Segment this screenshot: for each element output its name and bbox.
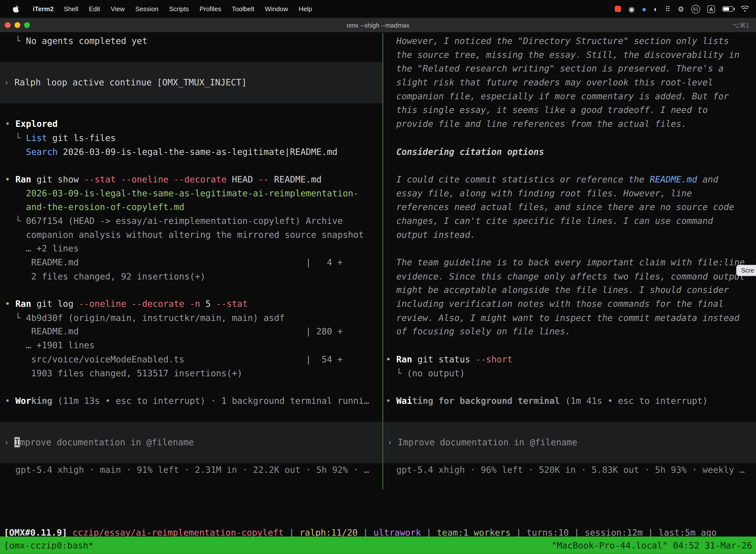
menu-item-shell[interactable]: Shell bbox=[59, 5, 83, 12]
terminal-line: The team guideline is to back every impo… bbox=[386, 256, 756, 270]
menu-items: ShellEditViewSessionScriptsProfilesToolb… bbox=[59, 5, 317, 12]
menu-item-edit[interactable]: Edit bbox=[83, 5, 106, 12]
terminal-line: the "Related research writing" section i… bbox=[386, 62, 756, 76]
terminal-line: └ List git ls-files bbox=[5, 131, 382, 145]
blank-line bbox=[386, 339, 756, 353]
prompt-input[interactable]: › Improve documentation in @filename bbox=[0, 422, 382, 463]
blank-line bbox=[386, 131, 756, 145]
settings-gear-icon[interactable]: ⚙ bbox=[678, 5, 684, 12]
terminal-line: └ 4b9d30f (origin/main, instructkr/main,… bbox=[5, 311, 382, 325]
tmux-host-clock: "MacBook-Pro-44.local" 04:52 31-Mar-26 bbox=[552, 540, 752, 550]
menu-app-name[interactable]: iTerm2 bbox=[28, 5, 59, 12]
terminal: └ No agents completed yet › Ralph loop a… bbox=[0, 33, 756, 554]
menu-item-toolbelt[interactable]: Toolbelt bbox=[227, 5, 259, 12]
battery-percent-badge[interactable]: 61 bbox=[692, 4, 700, 13]
ran-git-show: • Ran git show --stat --oneline --decora… bbox=[5, 173, 382, 187]
menu-item-session[interactable]: Session bbox=[130, 5, 164, 12]
menu-item-view[interactable]: View bbox=[106, 5, 130, 12]
ran-git-log: • Ran git log --oneline --decorate -n 5 … bbox=[5, 297, 382, 311]
menu-bar: iTerm2 ShellEditViewSessionScriptsProfil… bbox=[0, 0, 756, 18]
terminal-line: └ (no output) bbox=[386, 366, 756, 380]
terminal-line: output instead. bbox=[386, 228, 756, 242]
blank-line bbox=[5, 159, 382, 173]
menu-item-window[interactable]: Window bbox=[260, 5, 294, 12]
terminal-line: … +1901 lines bbox=[5, 339, 382, 353]
terminal-line: src/voice/voiceModeEnabled.ts | 54 + bbox=[5, 353, 382, 367]
reasoning-heading: Considering citation options bbox=[386, 145, 756, 159]
blank-line bbox=[386, 242, 756, 256]
ran-git-status: • Ran git status --short bbox=[386, 353, 756, 367]
input-source-icon[interactable]: A bbox=[707, 5, 715, 13]
terminal-line: might be acceptable alongside the file l… bbox=[386, 283, 756, 297]
screen-recording-stop-icon[interactable] bbox=[615, 6, 621, 12]
blank-line bbox=[5, 408, 382, 422]
terminal-line: └ 067f154 (HEAD -> essay/ai-reimplementa… bbox=[5, 214, 382, 228]
terminal-line: this single essay, it seems like a good … bbox=[386, 104, 756, 117]
terminal-line: 1903 files changed, 513517 insertions(+) bbox=[5, 366, 382, 380]
menu-item-scripts[interactable]: Scripts bbox=[164, 5, 194, 12]
terminal-line: slight risk that future readers may over… bbox=[386, 76, 756, 90]
terminal-line: companion file, especially if more comme… bbox=[386, 90, 756, 104]
blank-line bbox=[5, 48, 382, 62]
session-status-line: gpt-5.4 xhigh · 96% left · 520K in · 5.8… bbox=[386, 463, 756, 477]
battery-icon[interactable] bbox=[722, 6, 734, 11]
terminal-line: I could cite commit statistics or refere… bbox=[386, 173, 756, 187]
terminal-line: references need actual files, and since … bbox=[386, 200, 756, 214]
terminal-line: 2 files changed, 92 insertions(+) bbox=[5, 270, 382, 283]
wifi-icon[interactable] bbox=[741, 5, 749, 12]
terminal-line: 2026-03-09-is-legal-the-same-as-legitima… bbox=[5, 186, 382, 200]
menu-status-icons: ◉●◐⠿⚙61A bbox=[615, 4, 749, 13]
terminal-line: review. Also, I might want to inspect th… bbox=[386, 311, 756, 325]
terminal-line: the source tree, missing the essay. Stil… bbox=[386, 48, 756, 62]
terminal-line: Search 2026-03-09-is-legal-the-same-as-l… bbox=[5, 145, 382, 159]
blank-line bbox=[386, 408, 756, 422]
window-title: omx --xhigh --madmax bbox=[0, 21, 756, 29]
agents-status-line: └ No agents completed yet bbox=[5, 34, 382, 48]
terminal-line: and-the-erosion-of-copyleft.md bbox=[5, 200, 382, 214]
blank-line bbox=[386, 380, 756, 394]
tmux-pane-right[interactable]: However, I noticed the "Directory Struct… bbox=[383, 33, 756, 477]
status-app-icon-1[interactable]: ◉ bbox=[629, 5, 635, 12]
terminal-line: essay file, along with finding root file… bbox=[386, 186, 756, 200]
tmux-pane-left[interactable]: └ No agents completed yet › Ralph loop a… bbox=[0, 33, 382, 477]
window-shortcut-hint: ⌥⌘1 bbox=[732, 21, 749, 29]
explored-header: • Explored bbox=[5, 117, 382, 131]
screen: iTerm2 ShellEditViewSessionScriptsProfil… bbox=[0, 0, 756, 554]
terminal-line: README.md | 280 + bbox=[5, 325, 382, 339]
terminal-line: companion analysis without altering the … bbox=[5, 228, 382, 242]
status-app-icon-2[interactable]: ● bbox=[642, 5, 646, 12]
keyboard-grid-icon[interactable]: ⠿ bbox=[665, 5, 671, 12]
tmux-status-bar: [omx-cczip0:bash* "MacBook-Pro-44.local"… bbox=[0, 537, 756, 554]
menu-item-help[interactable]: Help bbox=[294, 5, 317, 12]
screenshot-overlay[interactable]: Scre bbox=[737, 265, 756, 276]
session-status-line: gpt-5.4 xhigh · main · 91% left · 2.31M … bbox=[5, 463, 382, 477]
terminal-line: evidence. Since this change only affects… bbox=[386, 270, 756, 283]
prompt-input[interactable]: › Improve documentation in @filename bbox=[383, 422, 756, 463]
blank-line bbox=[5, 283, 382, 297]
terminal-line: … +2 lines bbox=[5, 242, 382, 256]
blank-line bbox=[5, 104, 382, 117]
tmux-session-label: [omx-cczip0:bash* bbox=[4, 540, 94, 550]
blank-line bbox=[5, 380, 382, 394]
waiting-indicator: • Waiting for background terminal (1m 41… bbox=[386, 394, 756, 408]
ralph-loop-banner: › Ralph loop active continue [OMX_TMUX_I… bbox=[0, 62, 382, 104]
terminal-line: changes, I can't cite specific file line… bbox=[386, 214, 756, 228]
working-indicator: • Working (11m 13s • esc to interrupt) ·… bbox=[5, 394, 382, 408]
status-app-icon-3[interactable]: ◐ bbox=[653, 5, 658, 12]
terminal-line: README.md | 4 + bbox=[5, 256, 382, 270]
terminal-line: provide file and line references from th… bbox=[386, 117, 756, 131]
terminal-line: of focusing solely on file lines. bbox=[386, 325, 756, 339]
terminal-line: including verification notes with those … bbox=[386, 297, 756, 311]
window-title-bar[interactable]: omx --xhigh --madmax ⌥⌘1 bbox=[0, 18, 756, 33]
apple-menu-icon[interactable] bbox=[13, 5, 19, 13]
menu-item-profiles[interactable]: Profiles bbox=[194, 5, 227, 12]
blank-line bbox=[386, 159, 756, 173]
reasoning-text: However, I noticed the "Directory Struct… bbox=[386, 34, 756, 48]
